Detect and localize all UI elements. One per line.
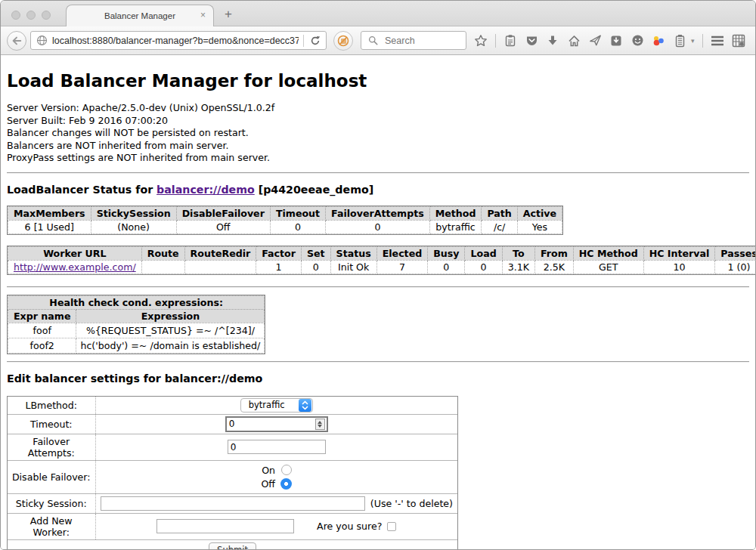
balancer-status-table: MaxMembers StickySession DisableFailover… [8,206,562,234]
window-close-button[interactable] [11,11,20,20]
tab-balancer-manager[interactable]: Balancer Manager × [66,5,214,26]
window-zoom-button[interactable] [42,11,51,20]
search-icon [366,34,380,48]
disable-failover-row: Disable Failover: On Off [8,460,457,493]
tab-close-icon[interactable]: × [200,10,206,20]
failover-off-radio[interactable] [280,478,292,490]
health-row: foof2 hc('body') =~ /domain is establish… [8,338,265,353]
health-title-row: Health check cond. expressions: [8,295,265,309]
url-text[interactable]: localhost:8880/balancer-manager?b=demo&n… [52,36,299,46]
col-stickysession: StickySession [91,206,176,220]
col-path: Path [482,206,517,220]
health-table-title: Health check cond. expressions: [8,295,265,309]
toolbar-separator [495,34,496,48]
cell-expr-name: foof [8,323,76,338]
loadbalancer-status-heading: LoadBalancer Status for balancer://demo … [7,184,749,196]
select-stepper-icon [299,399,311,412]
sticky-session-input[interactable] [101,496,365,511]
window-minimize-button[interactable] [26,11,36,20]
timeout-input[interactable]: 0 [225,416,328,432]
cell-factor: 1 [256,260,302,273]
col-disablefailover: DisableFailover [176,206,270,220]
status-heading-prefix: LoadBalancer Status for [7,184,156,196]
back-button[interactable] [7,31,26,51]
add-worker-input[interactable] [156,519,294,533]
cell-busy: 0 [428,260,465,273]
cell-expr-name: foof2 [8,338,76,353]
tab-bar: Balancer Manager × + [1,1,755,26]
urlbar-separator [303,35,304,47]
are-you-sure-checkbox[interactable] [387,522,396,531]
submit-button[interactable]: Submit [209,542,256,550]
menu-hamburger-icon[interactable] [711,34,724,48]
cell-passes: 1 (0) [715,260,755,273]
colored-dots-extension-icon[interactable] [652,34,665,48]
lbmethod-row: LBmethod: bytraffic [8,397,457,415]
pocket-icon[interactable] [525,34,538,48]
col-timeout: Timeout [270,206,325,220]
col-hc-interval: HC Interval [643,246,715,260]
col-load: Load [465,246,502,260]
number-spinner-icon[interactable] [315,419,325,430]
worker-table: Worker URL Route RouteRedir Factor Set S… [8,246,755,274]
disable-failover-label: Disable Failover: [8,460,95,493]
cell-hc-interval: 10 [643,260,715,273]
new-tab-button[interactable]: + [225,7,232,22]
globe-icon [35,34,48,48]
failover-attempts-row: Failover Attempts: [8,434,457,460]
chat-smiley-icon[interactable] [631,34,644,48]
save-to-device-icon[interactable] [609,34,623,48]
cell-timeout: 0 [270,220,325,233]
cell-route [141,260,184,273]
downloads-icon[interactable] [546,34,559,48]
chevron-down-icon[interactable]: ▾ [691,37,695,45]
worker-url-link[interactable]: http://www.example.com/ [14,261,136,273]
proxypass-notice-line: ProxyPass settings are NOT inherited fro… [7,152,749,165]
col-passes: Passes [715,246,755,260]
radio-off-label: Off [261,478,275,490]
page-grid-icon[interactable] [732,34,745,48]
status-heading-suffix: [p4420eeae_demo] [255,184,373,196]
cell-from: 2.5K [534,260,573,273]
are-you-sure-label: Are you sure? [317,521,382,532]
blocked-script-icon [336,34,350,48]
page-content: Load Balancer Manager for localhost Serv… [1,55,755,550]
health-row: foof %{REQUEST_STATUS} =~ /^[234]/ [8,323,265,338]
col-status: Status [330,246,376,260]
failover-on-radio[interactable] [281,465,292,475]
persist-notice-line: Balancer changes will NOT be persisted o… [7,127,749,140]
cell-maxmembers: 6 [1 Used] [8,220,91,233]
url-bar[interactable]: localhost:8880/balancer-manager?b=demo&n… [30,31,327,50]
search-bar[interactable] [361,31,466,50]
reload-icon[interactable] [308,34,322,48]
send-plane-icon[interactable] [588,34,602,48]
reading-list-icon[interactable] [503,34,517,48]
failover-attempts-input[interactable] [228,440,326,454]
battery-list-icon[interactable] [673,34,686,48]
table-header-row: MaxMembers StickySession DisableFailover… [8,206,562,220]
content-blocked-button[interactable] [333,31,353,51]
col-active: Active [517,206,562,220]
col-set: Set [301,246,330,260]
cell-elected: 7 [376,260,428,273]
cell-disablefailover: Off [176,220,270,233]
lbmethod-select[interactable]: bytraffic [240,398,313,412]
add-worker-label: Add New Worker: [8,513,95,539]
server-info: Server Version: Apache/2.5.0-dev (Unix) … [7,102,749,165]
search-input[interactable] [383,35,459,47]
balancer-demo-link[interactable]: balancer://demo [156,184,255,196]
col-route: Route [141,246,184,260]
cell-expression: %{REQUEST_STATUS} =~ /^[234]/ [76,323,265,338]
back-arrow-icon [11,36,22,46]
cell-expression: hc('body') =~ /domain is established/ [76,338,265,353]
col-elected: Elected [376,246,428,260]
col-busy: Busy [428,246,465,260]
sticky-session-hint: (Use '-' to delete) [370,498,453,509]
bookmark-star-icon[interactable] [474,34,488,48]
timeout-value: 0 [229,419,235,429]
cell-stickysession: (None) [91,220,176,233]
radio-on-label: On [262,465,275,476]
sticky-session-row: Sticky Session: (Use '-' to delete) [8,493,457,513]
home-icon[interactable] [567,34,581,48]
edit-balancer-heading: Edit balancer settings for balancer://de… [7,372,749,385]
